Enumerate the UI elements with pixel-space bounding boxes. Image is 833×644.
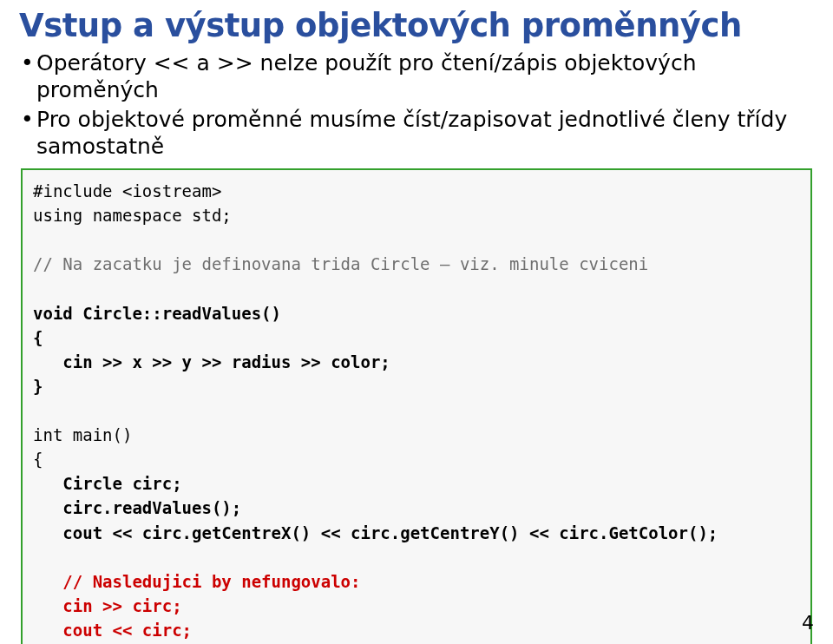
code-line-error: cin >> circ;	[33, 596, 182, 615]
code-comment: // Na zacatku je definovana trida Circle…	[33, 254, 648, 273]
code-line-error: cout << circ;	[33, 621, 192, 640]
code-line-bold: {	[33, 328, 43, 347]
code-line: #include <iostream>	[33, 181, 221, 200]
bullet-list: Operátory << a >> nelze použít pro čtení…	[19, 49, 814, 160]
code-comment-error: // Nasledujici by nefungovalo:	[33, 572, 361, 591]
code-line-bold: cin >> x >> y >> radius >> color;	[33, 352, 390, 371]
list-item: Operátory << a >> nelze použít pro čtení…	[19, 49, 814, 104]
code-line: {	[33, 450, 43, 469]
code-line-bold: cout << circ.getCentreX() << circ.getCen…	[33, 523, 718, 542]
code-block: #include <iostream> using namespace std;…	[21, 168, 812, 644]
code-line: int main()	[33, 425, 132, 444]
list-item: Pro objektové proměnné musíme číst/zapis…	[19, 106, 814, 161]
code-line-bold: }	[33, 377, 43, 396]
page-number: 4	[802, 612, 814, 634]
code-line: using namespace std;	[33, 206, 232, 225]
code-line-bold: Circle circ;	[33, 474, 182, 493]
slide: Vstup a výstup objektových proměnných Op…	[0, 0, 833, 644]
slide-title: Vstup a výstup objektových proměnných	[19, 7, 814, 44]
code-line-bold: circ.readValues();	[33, 498, 241, 517]
code-line-bold: void Circle::readValues()	[33, 304, 281, 323]
